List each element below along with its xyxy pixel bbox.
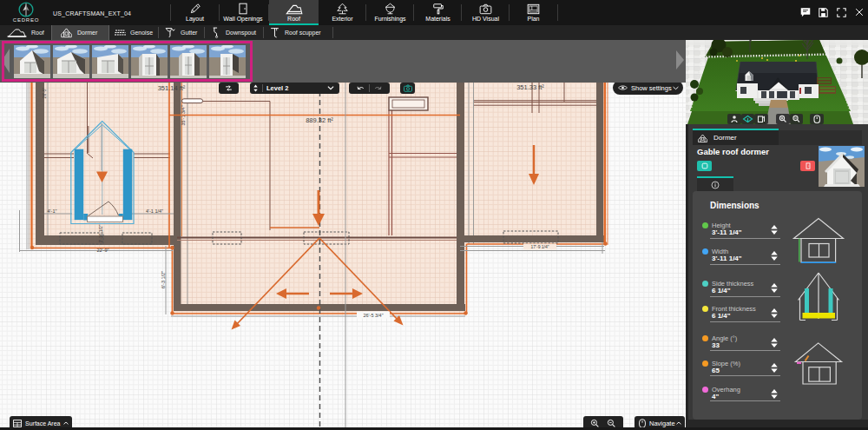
svg-text:26'-5": 26'-5" [42,87,47,98]
svg-text:17'-9 1/4": 17'-9 1/4" [530,244,549,249]
svg-text:3'-10 1/2": 3'-10 1/2" [98,224,103,242]
svg-text:351.14 ft²: 351.14 ft² [158,84,186,92]
svg-text:4'-1": 4'-1" [48,208,57,214]
svg-text:6'-3 1/2": 6'-3 1/2" [161,271,166,288]
svg-text:889.32 ft²: 889.32 ft² [306,116,333,124]
svg-text:351.33 ft²: 351.33 ft² [516,83,544,91]
svg-text:26'-5 3/4": 26'-5 3/4" [363,313,383,318]
svg-text:35'-1 3/4": 35'-1 3/4" [181,105,186,125]
svg-text:4'-1 1/4": 4'-1 1/4" [146,208,163,214]
svg-text:22'-9": 22'-9" [96,248,108,253]
